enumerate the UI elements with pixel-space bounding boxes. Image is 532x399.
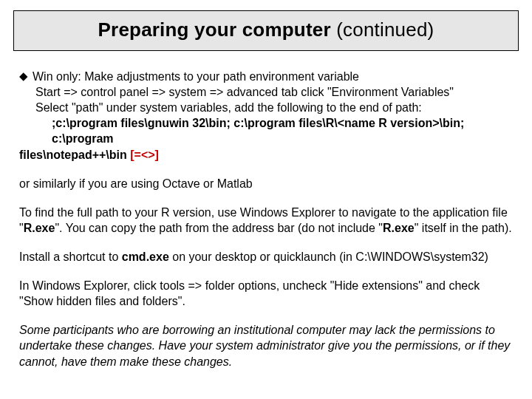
cmd-exe: cmd.exe	[122, 250, 169, 263]
permissions-note: Some participants who are borrowing an i…	[19, 322, 513, 369]
path-append-line1: ;c:\program files\gnuwin 32\bin; c:\prog…	[19, 115, 513, 146]
rexe-1: R.exe	[24, 222, 55, 234]
path-append-line2: files\notepad++\bin [=<>]	[19, 147, 513, 163]
title-plain: (continued)	[336, 18, 434, 41]
shortcut-text-a: Install a shortcut to	[19, 250, 122, 263]
rpath-text-c: " itself in the path).	[415, 222, 512, 234]
shortcut-paragraph: Install a shortcut to cmd.exe on your de…	[19, 249, 513, 265]
bullet-lead: Win only: Make adjustments to your path …	[33, 69, 359, 84]
path-append-line2a: files\notepad++\bin	[19, 149, 130, 161]
octave-note: or similarly if you are using Octave or …	[19, 176, 513, 191]
title-bar: Preparing your computer (continued)	[13, 10, 519, 51]
path-red-marker: [=<>]	[130, 149, 159, 161]
rpath-paragraph: To find the full path to your R version,…	[19, 205, 513, 236]
content-body: ◆ Win only: Make adjustments to your pat…	[0, 51, 532, 369]
rexe-2: R.exe	[383, 222, 415, 234]
bullet-item: ◆ Win only: Make adjustments to your pat…	[19, 69, 513, 84]
title-bold: Preparing your computer	[98, 18, 337, 41]
explorer-paragraph: In Windows Explorer, click tools => fold…	[19, 278, 513, 309]
rpath-text-b: ". You can copy the path from the addres…	[55, 222, 383, 234]
shortcut-text-b: on your desktop or quicklaunch (in C:\WI…	[169, 250, 488, 263]
select-instruction: Select "path" under system variables, ad…	[19, 100, 513, 115]
page-title: Preparing your computer (continued)	[98, 18, 434, 41]
nav-path-line: Start => control panel => system => adva…	[19, 84, 513, 100]
diamond-bullet-icon: ◆	[19, 69, 28, 83]
